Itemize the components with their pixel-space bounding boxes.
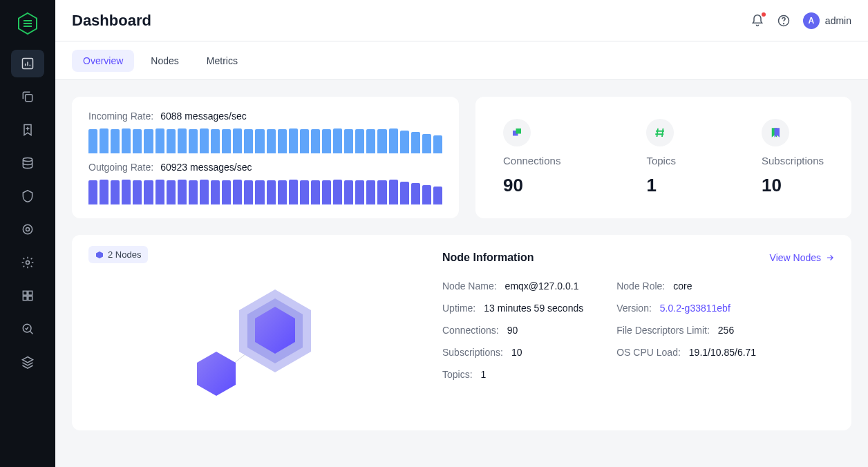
tab-overview[interactable]: Overview — [72, 50, 134, 72]
outgoing-rate-chart — [88, 180, 442, 204]
bar — [167, 180, 176, 204]
bar — [211, 180, 220, 204]
tab-metrics[interactable]: Metrics — [196, 50, 249, 72]
svg-rect-7 — [23, 291, 27, 295]
connections-info-label: Connections: — [442, 325, 499, 336]
bar — [355, 129, 364, 153]
bar — [233, 180, 242, 204]
bar — [433, 187, 442, 204]
subscriptions-value: 10 — [762, 175, 824, 196]
bar — [311, 180, 320, 204]
avatar: A — [803, 12, 820, 29]
subscriptions-label: Subscriptions — [762, 155, 824, 166]
bar — [377, 129, 386, 153]
tab-nodes[interactable]: Nodes — [140, 50, 189, 72]
svg-point-3 — [23, 158, 32, 162]
bar — [422, 185, 431, 204]
connections-value: 90 — [503, 175, 560, 196]
sidebar-item-settings[interactable] — [11, 249, 44, 276]
svg-point-5 — [26, 228, 30, 231]
topics-info-value: 1 — [481, 369, 487, 380]
version-value[interactable]: 5.0.2-g33811ebf — [660, 303, 730, 314]
subscriptions-info-value: 10 — [511, 347, 522, 358]
bar — [433, 135, 442, 153]
bar — [255, 180, 264, 204]
fd-limit-value: 256 — [718, 325, 734, 336]
bar — [189, 180, 198, 204]
stat-subscriptions: Subscriptions 10 — [762, 119, 824, 196]
sidebar-item-shield[interactable] — [11, 182, 44, 210]
view-nodes-link[interactable]: View Nodes — [770, 252, 835, 263]
bar — [233, 128, 242, 153]
sidebar-item-dashboard[interactable] — [11, 50, 44, 77]
sidebar-item-copy[interactable] — [11, 83, 44, 111]
stat-topics: Topics 1 — [646, 119, 676, 196]
sidebar — [0, 0, 55, 467]
user-menu[interactable]: A admin — [803, 12, 851, 29]
bar — [377, 180, 386, 204]
bar — [278, 129, 287, 153]
bar — [289, 180, 298, 204]
bar — [333, 128, 342, 153]
sidebar-item-bookmark[interactable] — [11, 116, 44, 144]
bar — [211, 129, 220, 153]
sidebar-item-monitor[interactable] — [11, 315, 44, 343]
bar — [366, 129, 375, 153]
sidebar-item-database[interactable] — [11, 149, 44, 177]
bar — [111, 180, 120, 204]
svg-rect-10 — [28, 296, 32, 301]
notification-dot — [762, 12, 766, 17]
bar — [133, 129, 142, 153]
bar — [189, 129, 198, 153]
stats-card: Connections 90 Topics 1 Subscriptions 10 — [475, 97, 851, 218]
svg-rect-2 — [26, 95, 32, 102]
bar — [322, 129, 331, 153]
bar — [255, 129, 264, 153]
connections-label: Connections — [503, 155, 560, 166]
incoming-rate-label: Incoming Rate: — [88, 111, 153, 122]
bar — [178, 128, 187, 153]
cpu-load-label: OS CPU Load: — [616, 347, 681, 358]
bar — [122, 128, 131, 153]
bar — [311, 129, 320, 153]
content: Incoming Rate: 6088 messages/sec Outgoin… — [55, 80, 868, 467]
sidebar-item-layers[interactable] — [11, 348, 44, 376]
bar — [422, 134, 431, 153]
help-icon[interactable] — [777, 14, 791, 28]
bar — [144, 180, 153, 204]
bar — [300, 180, 309, 204]
connections-icon — [503, 119, 531, 146]
stat-connections: Connections 90 — [503, 119, 560, 196]
bar — [344, 129, 353, 153]
bar — [278, 180, 287, 204]
bar — [122, 180, 131, 204]
node-info-title: Node Information — [442, 251, 534, 264]
notifications-icon[interactable] — [751, 14, 764, 28]
bar — [144, 129, 153, 153]
main-area: Dashboard A admin Overview Nodes Metrics — [55, 0, 868, 467]
bar — [289, 128, 298, 153]
bar — [300, 129, 309, 153]
node-card: 2 Nodes — [72, 235, 851, 430]
bar — [155, 128, 164, 153]
bar — [344, 180, 353, 204]
connections-info-value: 90 — [507, 325, 518, 336]
username: admin — [825, 15, 851, 26]
hexagon-icon — [95, 251, 104, 259]
svg-point-13 — [783, 23, 784, 23]
topics-info-label: Topics: — [442, 369, 473, 380]
uptime-value: 13 minutes 59 seconds — [484, 303, 583, 314]
bar — [267, 129, 276, 153]
bar — [411, 183, 420, 204]
page-title: Dashboard — [72, 12, 151, 30]
sidebar-item-target[interactable] — [11, 216, 44, 243]
bar — [322, 180, 331, 204]
node-name-value: emqx@127.0.0.1 — [505, 280, 579, 292]
sidebar-item-extensions[interactable] — [11, 282, 44, 309]
svg-point-6 — [26, 261, 30, 265]
svg-point-4 — [23, 225, 32, 234]
bar — [366, 180, 375, 204]
bar — [400, 182, 409, 204]
bar — [100, 128, 108, 153]
svg-rect-15 — [516, 128, 522, 134]
